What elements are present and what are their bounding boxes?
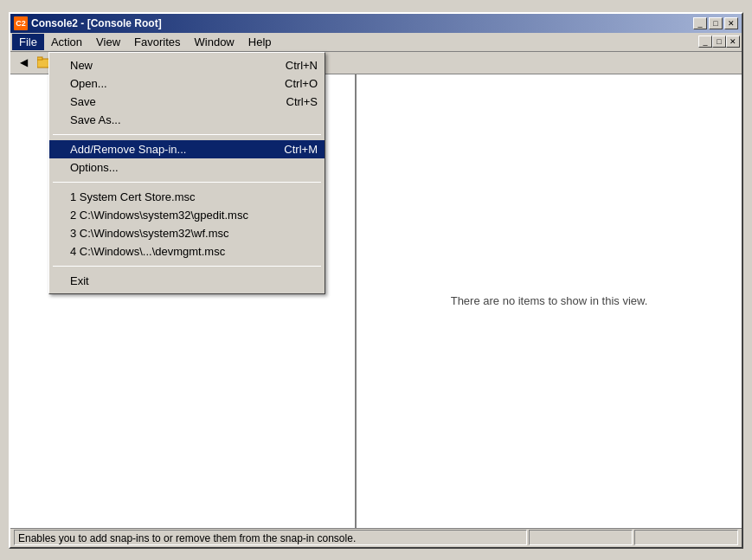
menu-item-open[interactable]: Open... Ctrl+O bbox=[49, 74, 325, 93]
menu-view[interactable]: View bbox=[89, 34, 127, 50]
svg-rect-1 bbox=[37, 57, 42, 60]
status-text: Enables you to add snap-ins to or remove… bbox=[14, 530, 527, 545]
app-icon: C2 bbox=[14, 16, 28, 30]
empty-state-text: There are no items to show in this view. bbox=[451, 294, 648, 307]
separator-1 bbox=[53, 134, 321, 135]
menu-item-recent-1[interactable]: 1 System Cert Store.msc bbox=[49, 188, 325, 206]
close-button[interactable]: ✕ bbox=[724, 17, 738, 29]
separator-3 bbox=[53, 266, 321, 267]
menu-window[interactable]: Window bbox=[188, 34, 241, 50]
minimize-button[interactable]: _ bbox=[693, 17, 707, 29]
menu-section-3: 1 System Cert Store.msc 2 C:\Windows\sys… bbox=[49, 184, 325, 264]
menu-section-1: New Ctrl+N Open... Ctrl+O Save Ctrl+S Sa… bbox=[49, 53, 325, 132]
menu-item-recent-4[interactable]: 4 C:\Windows\...\devmgmt.msc bbox=[49, 242, 325, 261]
menu-section-4: Exit bbox=[49, 268, 325, 293]
menu-item-options[interactable]: Options... bbox=[49, 158, 325, 177]
window-title: Console2 - [Console Root] bbox=[31, 17, 162, 29]
back-button[interactable]: ◀ bbox=[14, 54, 33, 71]
menu-item-add-remove-snapin[interactable]: Add/Remove Snap-in... Ctrl+M bbox=[49, 140, 325, 158]
menu-item-recent-3[interactable]: 3 C:\Windows\system32\wf.msc bbox=[49, 224, 325, 242]
menu-item-save[interactable]: Save Ctrl+S bbox=[49, 93, 325, 111]
inner-close-button[interactable]: ✕ bbox=[726, 35, 740, 48]
menu-help[interactable]: Help bbox=[241, 34, 279, 50]
maximize-button[interactable]: □ bbox=[709, 17, 723, 29]
title-bar-buttons: _ □ ✕ bbox=[693, 17, 738, 29]
menu-favorites[interactable]: Favorites bbox=[127, 34, 187, 50]
menu-file[interactable]: File bbox=[12, 34, 44, 50]
menu-bar: File Action View Favorites Window Help _… bbox=[10, 33, 742, 52]
menu-item-recent-2[interactable]: 2 C:\Windows\system32\gpedit.msc bbox=[49, 206, 325, 224]
app-icon-text: C2 bbox=[16, 19, 26, 28]
menu-section-2: Add/Remove Snap-in... Ctrl+M Options... bbox=[49, 137, 325, 180]
title-bar: C2 Console2 - [Console Root] _ □ ✕ bbox=[10, 14, 742, 33]
inner-minimize-button[interactable]: _ bbox=[698, 35, 712, 48]
status-panel-1 bbox=[529, 530, 633, 545]
menu-item-exit[interactable]: Exit bbox=[49, 272, 325, 290]
title-bar-left: C2 Console2 - [Console Root] bbox=[14, 16, 162, 30]
status-panel-2 bbox=[634, 530, 738, 545]
right-pane: There are no items to show in this view. bbox=[357, 74, 742, 528]
main-window: C2 Console2 - [Console Root] _ □ ✕ File … bbox=[9, 12, 743, 549]
menu-item-new[interactable]: New Ctrl+N bbox=[49, 56, 325, 74]
separator-2 bbox=[53, 182, 321, 183]
menu-item-save-as[interactable]: Save As... bbox=[49, 111, 325, 129]
menu-action[interactable]: Action bbox=[44, 34, 89, 50]
file-dropdown-menu: New Ctrl+N Open... Ctrl+O Save Ctrl+S Sa… bbox=[48, 52, 325, 294]
inner-maximize-button[interactable]: □ bbox=[712, 35, 726, 48]
status-bar: Enables you to add snap-ins to or remove… bbox=[10, 528, 742, 547]
